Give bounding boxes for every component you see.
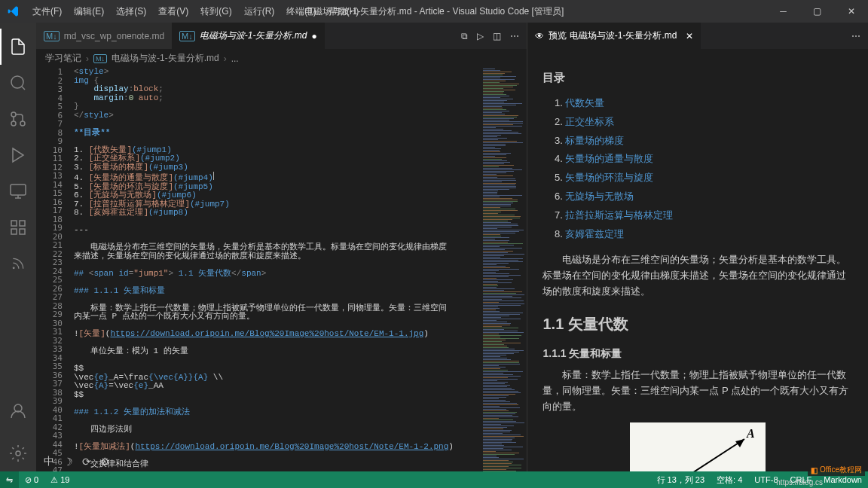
svg-point-4 bbox=[11, 121, 16, 126]
svg-line-1 bbox=[22, 87, 25, 90]
tab-label: 预览 电磁场与波-1-矢量分析.md bbox=[549, 29, 677, 42]
toc-link[interactable]: 代数矢量 bbox=[565, 97, 604, 108]
preview-toc-title: 目录 bbox=[542, 69, 853, 87]
activity-bar bbox=[0, 23, 36, 471]
cjk-mode-icon[interactable]: 中 bbox=[44, 455, 54, 468]
svg-point-15 bbox=[16, 451, 20, 456]
menu-file[interactable]: 文件(F) bbox=[26, 0, 68, 23]
watermark: ◧Office教程网 bbox=[808, 464, 865, 476]
chevron-right-icon: › bbox=[224, 53, 227, 64]
svg-rect-11 bbox=[11, 229, 17, 234]
markdown-quick-actions: 中 ☽ ⟳ ⚙ bbox=[44, 455, 110, 468]
code-content[interactable]: <style> img { display:block; margin:0 au… bbox=[74, 68, 481, 471]
tab-label: 电磁场与波-1-矢量分析.md bbox=[200, 29, 307, 42]
close-tab-icon[interactable]: ✕ bbox=[686, 31, 693, 41]
tab-onenote[interactable]: M↓md_vsc_wp_onenote.md bbox=[36, 23, 172, 49]
title-bar: 文件(F) 编辑(E) 选择(S) 查看(V) 转到(G) 运行(R) 终端(T… bbox=[0, 0, 868, 23]
breadcrumb-item[interactable]: ... bbox=[231, 53, 239, 64]
toc-link[interactable]: 无旋场与无散场 bbox=[565, 191, 634, 202]
breadcrumb[interactable]: 学习笔记› M↓电磁场与波-1-矢量分析.md› ... bbox=[36, 49, 527, 68]
explorer-icon[interactable] bbox=[0, 29, 36, 65]
svg-point-3 bbox=[20, 121, 25, 126]
preview-h1: 1.1 矢量代数 bbox=[542, 312, 853, 336]
markdown-preview[interactable]: 目录 代数矢量 正交坐标系 标量场的梯度 矢量场的通量与散度 矢量场的环流与旋度… bbox=[527, 49, 868, 471]
editor-group-right: 👁预览 电磁场与波-1-矢量分析.md✕ ⋯ 目录 代数矢量 正交坐标系 标量场… bbox=[527, 23, 868, 471]
more-icon[interactable]: ⋯ bbox=[851, 31, 860, 41]
cursor-position[interactable]: 行 13，列 23 bbox=[651, 474, 711, 486]
run-icon[interactable]: ▷ bbox=[477, 31, 484, 41]
menu-edit[interactable]: 编辑(E) bbox=[68, 0, 110, 23]
svg-point-0 bbox=[11, 76, 23, 88]
line-gutter: 1234567891011121314151617181920212223242… bbox=[36, 68, 74, 471]
preview-icon: 👁 bbox=[535, 31, 544, 41]
toc-link[interactable]: 拉普拉斯运算与格林定理 bbox=[565, 209, 673, 221]
toc-link[interactable]: 正交坐标系 bbox=[565, 116, 614, 127]
vector-image: AP bbox=[630, 422, 766, 471]
open-preview-icon[interactable]: ⧉ bbox=[461, 31, 468, 41]
code-editor[interactable]: 1234567891011121314151617181920212223242… bbox=[36, 68, 527, 471]
svg-marker-5 bbox=[13, 148, 23, 162]
status-bar: ⇋ ⊘ 0 ⚠ 19 行 13，列 23 空格: 4 UTF-8 CRLF Ma… bbox=[0, 471, 868, 488]
vscode-logo-icon bbox=[0, 5, 26, 17]
account-icon[interactable] bbox=[0, 393, 36, 429]
window-controls: ─ ▢ ✕ bbox=[766, 0, 868, 23]
svg-text:A: A bbox=[746, 427, 755, 440]
svg-rect-12 bbox=[20, 229, 25, 234]
tab-preview[interactable]: 👁预览 电磁场与波-1-矢量分析.md✕ bbox=[527, 23, 701, 49]
menu-selection[interactable]: 选择(S) bbox=[110, 0, 152, 23]
editor-tabs: M↓md_vsc_wp_onenote.md M↓电磁场与波-1-矢量分析.md… bbox=[36, 23, 527, 49]
menu-view[interactable]: 查看(V) bbox=[152, 0, 194, 23]
dark-mode-icon[interactable]: ☽ bbox=[63, 456, 73, 468]
preview-toc-list: 代数矢量 正交坐标系 标量场的梯度 矢量场的通量与散度 矢量场的环流与旋度 无旋… bbox=[565, 94, 853, 243]
svg-line-19 bbox=[649, 439, 744, 471]
svg-rect-6 bbox=[11, 185, 26, 195]
hover-url: https://blog.cs bbox=[776, 478, 823, 486]
problems-errors[interactable]: ⊘ 0 bbox=[19, 475, 44, 485]
toc-link[interactable]: 亥姆霍兹定理 bbox=[565, 228, 624, 239]
svg-point-2 bbox=[11, 112, 16, 117]
menu-run[interactable]: 运行(R) bbox=[238, 0, 281, 23]
svg-rect-9 bbox=[11, 221, 17, 226]
extensions-icon[interactable] bbox=[0, 209, 36, 246]
more-icon[interactable]: ⋯ bbox=[510, 31, 519, 41]
sync-icon[interactable]: ⟳ bbox=[82, 456, 91, 468]
chevron-right-icon: › bbox=[86, 53, 89, 64]
remote-explorer-icon[interactable] bbox=[0, 173, 36, 209]
editor-actions: ⧉ ▷ ◫ ⋯ bbox=[461, 31, 527, 41]
editor-group-left: M↓md_vsc_wp_onenote.md M↓电磁场与波-1-矢量分析.md… bbox=[36, 23, 527, 471]
remote-indicator[interactable]: ⇋ bbox=[0, 471, 19, 488]
toc-link[interactable]: 矢量场的环流与旋度 bbox=[565, 172, 653, 183]
preview-paragraph: 电磁场是分布在三维空间的矢量场；矢量分析是基本的数学工具。标量场在空间的变化规律… bbox=[542, 252, 853, 299]
markdown-file-icon: M↓ bbox=[93, 54, 107, 63]
preview-paragraph: 标量：数学上指任一代数量；物理上指被赋予物理单位的任一代数量，同物理量。矢量：三… bbox=[542, 368, 853, 414]
problems-warnings[interactable]: ⚠ 19 bbox=[44, 475, 75, 485]
breadcrumb-item[interactable]: 学习笔记 bbox=[45, 52, 81, 65]
markdown-file-icon: M↓ bbox=[44, 31, 60, 41]
settings-gear-icon[interactable] bbox=[0, 435, 36, 471]
run-debug-icon[interactable] bbox=[0, 137, 36, 173]
svg-point-13 bbox=[13, 267, 14, 269]
toc-link[interactable]: 矢量场的通量与散度 bbox=[565, 153, 653, 164]
markdown-file-icon: M↓ bbox=[179, 31, 195, 41]
source-control-icon[interactable] bbox=[0, 101, 36, 137]
window-title: 电磁场与波-1-矢量分析.md - Article - Visual Studi… bbox=[304, 5, 564, 18]
indentation[interactable]: 空格: 4 bbox=[711, 474, 748, 486]
tab-current[interactable]: M↓电磁场与波-1-矢量分析.md bbox=[172, 23, 325, 49]
preview-tabs: 👁预览 电磁场与波-1-矢量分析.md✕ ⋯ bbox=[527, 23, 868, 49]
close-button[interactable]: ✕ bbox=[834, 0, 868, 23]
modified-dot-icon[interactable] bbox=[311, 31, 316, 41]
settings-icon[interactable]: ⚙ bbox=[100, 456, 110, 468]
preview-h2: 1.1.1 矢量和标量 bbox=[542, 345, 853, 361]
minimap[interactable] bbox=[481, 68, 527, 471]
menu-go[interactable]: 转到(G) bbox=[194, 0, 237, 23]
toc-link[interactable]: 标量场的梯度 bbox=[565, 135, 624, 146]
rss-icon[interactable] bbox=[0, 246, 36, 282]
breadcrumb-item[interactable]: 电磁场与波-1-矢量分析.md bbox=[112, 52, 219, 65]
minimize-button[interactable]: ─ bbox=[766, 0, 800, 23]
tab-label: md_vsc_wp_onenote.md bbox=[64, 31, 164, 41]
split-editor-icon[interactable]: ◫ bbox=[493, 31, 501, 41]
svg-rect-10 bbox=[20, 221, 25, 226]
maximize-button[interactable]: ▢ bbox=[800, 0, 834, 23]
search-icon[interactable] bbox=[0, 65, 36, 101]
